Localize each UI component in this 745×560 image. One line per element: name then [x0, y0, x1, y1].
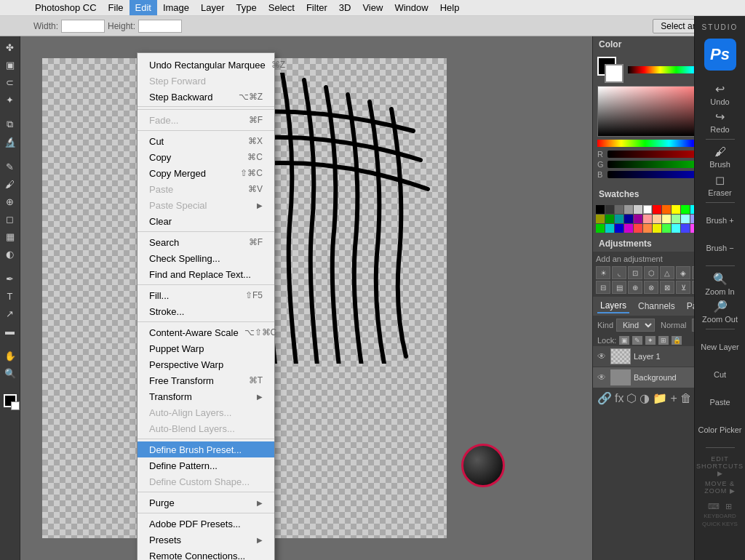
menu-type[interactable]: Type: [231, 0, 263, 15]
menu-select[interactable]: Select: [263, 0, 300, 15]
menu-item-transform[interactable]: Transform ▶: [138, 388, 274, 404]
kind-select[interactable]: Kind: [616, 319, 655, 332]
menu-item-step-backward[interactable]: Step Backward ⌥⌘Z: [138, 89, 274, 105]
menu-3d[interactable]: 3D: [333, 0, 357, 15]
height-input[interactable]: [138, 20, 182, 33]
lock-transparent[interactable]: ▣: [619, 336, 629, 345]
swatch-item[interactable]: [596, 215, 605, 223]
menu-window[interactable]: Window: [389, 0, 434, 15]
swatch-item[interactable]: [634, 224, 642, 233]
adj-invert[interactable]: ⊻: [676, 281, 690, 294]
tool-move[interactable]: ✤: [2, 39, 18, 55]
swatch-item[interactable]: [662, 215, 671, 223]
menu-photoshopcc[interactable]: Photoshop CC: [29, 0, 103, 15]
fg-bg-color-swatch[interactable]: [2, 393, 18, 409]
tool-eyedropper[interactable]: 🔬: [2, 134, 18, 150]
menu-item-copy[interactable]: Copy ⌘C: [138, 149, 274, 165]
swatch-item[interactable]: [615, 224, 624, 233]
adj-brightness[interactable]: ☀: [596, 266, 610, 279]
studio-zoom-in[interactable]: 🔍Zoom In: [698, 271, 742, 297]
swatch-item[interactable]: [672, 215, 680, 223]
tool-path-select[interactable]: ↗: [2, 305, 18, 321]
lock-all[interactable]: 🔒: [672, 336, 682, 345]
swatch-item[interactable]: [615, 215, 624, 223]
menu-item-define-brush-preset[interactable]: Define Brush Preset...: [138, 441, 274, 457]
swatch-item[interactable]: [662, 224, 671, 233]
studio-brush-plus[interactable]: Brush +: [698, 207, 742, 233]
adj-gradient-map[interactable]: ▤: [612, 281, 626, 294]
swatch-item[interactable]: [624, 215, 633, 223]
menu-item-search[interactable]: Search ⌘F: [138, 234, 274, 250]
studio-cut[interactable]: Cut: [698, 361, 742, 388]
swatch-item[interactable]: [634, 205, 642, 214]
adj-color-lookup[interactable]: ⊠: [660, 281, 674, 294]
menu-view[interactable]: View: [356, 0, 389, 15]
tool-lasso[interactable]: ⊂: [2, 74, 18, 90]
lock-position[interactable]: ✦: [645, 336, 656, 345]
fg-bg-color-selector[interactable]: [597, 57, 624, 83]
swatch-item[interactable]: [624, 205, 633, 214]
layer-link-btn[interactable]: 🔗: [597, 391, 612, 405]
swatch-item[interactable]: [605, 224, 614, 233]
keyboard-icon[interactable]: ⌨: [708, 502, 720, 511]
width-input[interactable]: [61, 20, 105, 33]
menu-item-presets[interactable]: Presets ▶: [138, 532, 274, 548]
menu-item-puppet-warp[interactable]: Puppet Warp: [138, 340, 274, 356]
swatch-item[interactable]: [643, 224, 652, 233]
layer-new-btn[interactable]: +: [670, 392, 677, 405]
tool-shape[interactable]: ▬: [2, 323, 18, 339]
adj-curves[interactable]: ◟: [612, 266, 626, 279]
grid-icon[interactable]: ⊞: [725, 502, 732, 511]
swatch-item[interactable]: [596, 224, 605, 233]
tool-zoom[interactable]: 🔍: [2, 365, 18, 381]
lock-image[interactable]: ✎: [632, 336, 642, 345]
layer-delete-btn[interactable]: 🗑: [680, 392, 692, 405]
studio-undo[interactable]: ↩Undo: [698, 81, 742, 107]
tool-hand[interactable]: ✋: [2, 348, 18, 364]
menu-item-stroke[interactable]: Stroke...: [138, 303, 274, 319]
studio-zoom-out[interactable]: 🔎Zoom Out: [698, 298, 742, 324]
menu-help[interactable]: Help: [434, 0, 466, 15]
adj-vibrance[interactable]: ⬡: [644, 266, 658, 279]
menu-edit[interactable]: Edit: [130, 0, 157, 15]
tool-select-rect[interactable]: ▣: [2, 57, 18, 73]
swatch-item[interactable]: [624, 224, 633, 233]
menu-item-copy-merged[interactable]: Copy Merged ⇧⌘C: [138, 165, 274, 181]
swatch-item[interactable]: [596, 205, 605, 214]
tab-layers[interactable]: Layers: [597, 299, 629, 313]
tool-text[interactable]: T: [2, 288, 18, 304]
swatch-item[interactable]: [672, 224, 680, 233]
swatch-item[interactable]: [605, 215, 614, 223]
swatch-item[interactable]: [643, 215, 652, 223]
menu-image[interactable]: Image: [157, 0, 195, 15]
swatch-item[interactable]: [653, 224, 661, 233]
studio-new-layer[interactable]: New Layer: [698, 334, 742, 360]
swatch-item[interactable]: [681, 215, 690, 223]
adj-hsl[interactable]: △: [660, 266, 674, 279]
swatch-item[interactable]: [643, 205, 652, 214]
tool-crop[interactable]: ⧉: [2, 116, 18, 132]
menu-layer[interactable]: Layer: [195, 0, 231, 15]
adj-exposure[interactable]: ⊡: [628, 266, 642, 279]
menu-item-perspective-warp[interactable]: Perspective Warp: [138, 356, 274, 372]
menu-item-fill[interactable]: Fill... ⇧F5: [138, 287, 274, 303]
menu-file[interactable]: File: [103, 0, 130, 15]
menu-item-adobe-pdf[interactable]: Adobe PDF Presets...: [138, 516, 274, 532]
swatch-item[interactable]: [634, 215, 642, 223]
background-color[interactable]: [605, 64, 624, 83]
studio-color-picker[interactable]: Color Picker: [698, 417, 742, 443]
adj-channel-mix[interactable]: ⊗: [644, 281, 658, 294]
menu-item-undo[interactable]: Undo Rectangular Marquee ⌘Z: [138, 57, 274, 73]
swatch-item[interactable]: [653, 205, 661, 214]
menu-item-find-replace[interactable]: Find and Replace Text...: [138, 266, 274, 282]
swatch-item[interactable]: [615, 205, 624, 214]
swatch-item[interactable]: [681, 205, 690, 214]
studio-brush[interactable]: 🖌Brush: [698, 144, 742, 170]
adj-channel[interactable]: ⊟: [596, 281, 610, 294]
tool-clone[interactable]: ⊕: [2, 193, 18, 209]
lock-artboard[interactable]: ⊞: [658, 336, 669, 345]
layer-folder-btn[interactable]: 📁: [653, 391, 667, 405]
swatch-item[interactable]: [662, 205, 671, 214]
studio-redo[interactable]: ↪Redo: [698, 108, 742, 135]
adj-colorbalance[interactable]: ◈: [676, 266, 690, 279]
